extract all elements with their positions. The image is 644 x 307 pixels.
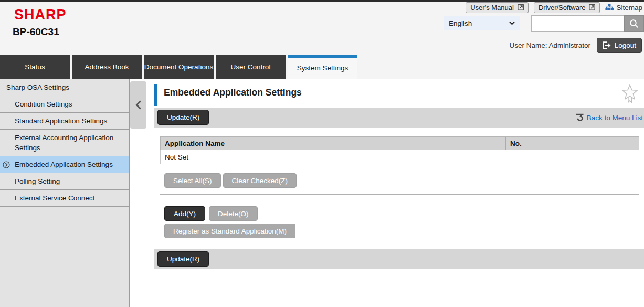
sidebar-item-embedded-application-settings[interactable]: Embedded Application Settings <box>0 156 129 173</box>
sidebar-item-label: Sharp OSA Settings <box>6 83 69 91</box>
header-links: User's Manual Driver/Software Sitemap <box>466 2 642 13</box>
sitemap-link[interactable]: Sitemap <box>605 4 642 12</box>
sidebar-item-label: External Service Connect <box>15 194 94 202</box>
tab-document-operations[interactable]: Document Operations <box>144 55 214 79</box>
sidebar-item-label: Standard Application Settings <box>15 117 107 125</box>
users-manual-label: User's Manual <box>470 4 514 12</box>
back-arrow-icon <box>575 113 585 122</box>
tab-document-operations-label: Document Operations <box>144 63 213 71</box>
back-to-menu-link[interactable]: Back to Menu List <box>575 108 643 128</box>
external-link-icon <box>518 4 524 10</box>
tab-status[interactable]: Status <box>0 55 70 79</box>
chevron-left-icon <box>135 100 142 110</box>
tab-address-book-label: Address Book <box>85 63 129 71</box>
sidebar-item-condition-settings[interactable]: Condition Settings <box>0 96 129 113</box>
sidebar-item-label: Condition Settings <box>15 100 72 108</box>
device-model: BP-60C31 <box>13 26 59 38</box>
sitemap-icon <box>605 4 614 11</box>
tab-system-settings[interactable]: System Settings <box>288 55 357 79</box>
register-standard-application-button[interactable]: Register as Standard Application(M) <box>164 224 295 238</box>
language-selected-value: English <box>449 19 472 27</box>
brand-logo: SHARP <box>14 7 67 23</box>
driver-software-button[interactable]: Driver/Software <box>534 2 600 13</box>
tab-user-control-label: User Control <box>231 63 271 71</box>
tab-system-settings-label: System Settings <box>297 64 349 72</box>
sidebar-item-polling-setting[interactable]: Polling Setting <box>0 173 129 190</box>
logout-button[interactable]: Logout <box>597 38 642 53</box>
user-name-label: User Name: Administrator <box>509 41 590 49</box>
selection-buttons-row: Select All(S) Clear Checked(Z) <box>164 173 297 188</box>
application-name-cell: Not Set <box>165 153 188 161</box>
users-manual-button[interactable]: User's Manual <box>466 2 529 13</box>
bottom-toolbar: Update(R) <box>154 249 644 269</box>
sitemap-label: Sitemap <box>616 4 642 12</box>
add-delete-buttons-row: Add(Y) Delete(O) <box>164 206 258 221</box>
logout-icon <box>603 41 611 49</box>
content-area: Sharp OSA Settings Condition Settings St… <box>0 79 644 307</box>
update-button-bottom[interactable]: Update(R) <box>157 251 209 267</box>
back-to-menu-label: Back to Menu List <box>587 114 643 122</box>
title-accent-bar <box>154 84 157 106</box>
sidebar-item-label: Polling Setting <box>15 177 60 185</box>
sidebar-collapse-button[interactable] <box>130 81 146 129</box>
tab-address-book[interactable]: Address Book <box>72 55 142 79</box>
tab-user-control[interactable]: User Control <box>216 55 286 79</box>
column-header-application-name: Application Name <box>161 137 506 150</box>
select-all-button[interactable]: Select All(S) <box>164 173 221 188</box>
main-panel: Embedded Application Settings Update(R) … <box>154 79 644 307</box>
delete-button[interactable]: Delete(O) <box>209 206 258 221</box>
top-toolbar: Update(R) Back to Menu List <box>154 108 644 128</box>
search-button[interactable] <box>624 15 644 32</box>
application-table: Application Name No. Not Set <box>160 136 639 164</box>
current-item-icon <box>3 161 10 168</box>
chevron-down-icon <box>509 21 515 25</box>
section-divider <box>160 194 639 195</box>
page-title: Embedded Application Settings <box>164 87 302 98</box>
register-button-row: Register as Standard Application(M) <box>164 224 295 238</box>
main-tabbar: Status Address Book Document Operations … <box>0 55 644 79</box>
table-header-row: Application Name No. <box>160 136 639 150</box>
sidebar-item-sharp-osa-settings[interactable]: Sharp OSA Settings <box>0 79 129 96</box>
external-link-icon <box>589 4 595 10</box>
update-button-top[interactable]: Update(R) <box>157 110 209 125</box>
sidebar-item-label: External Accounting Application Settings <box>15 134 113 152</box>
tab-status-label: Status <box>25 63 45 71</box>
settings-sidebar: Sharp OSA Settings Condition Settings St… <box>0 79 130 307</box>
language-select[interactable]: English <box>444 16 520 30</box>
sidebar-item-standard-application-settings[interactable]: Standard Application Settings <box>0 113 129 130</box>
sidebar-item-label: Embedded Application Settings <box>15 161 113 168</box>
search-icon <box>629 18 639 29</box>
driver-software-label: Driver/Software <box>539 4 586 12</box>
sidebar-item-external-accounting-application-settings[interactable]: External Accounting Application Settings <box>0 130 129 156</box>
header: SHARP BP-60C31 User's Manual Driver/Soft… <box>0 0 644 55</box>
add-button[interactable]: Add(Y) <box>164 206 205 221</box>
logout-label: Logout <box>615 41 636 49</box>
search-input[interactable] <box>531 15 624 32</box>
table-row: Not Set <box>160 150 639 164</box>
column-header-no: No. <box>506 137 639 150</box>
clear-checked-button[interactable]: Clear Checked(Z) <box>223 173 297 188</box>
sidebar-item-external-service-connect[interactable]: External Service Connect <box>0 190 129 207</box>
favorite-star-icon[interactable] <box>621 84 638 104</box>
